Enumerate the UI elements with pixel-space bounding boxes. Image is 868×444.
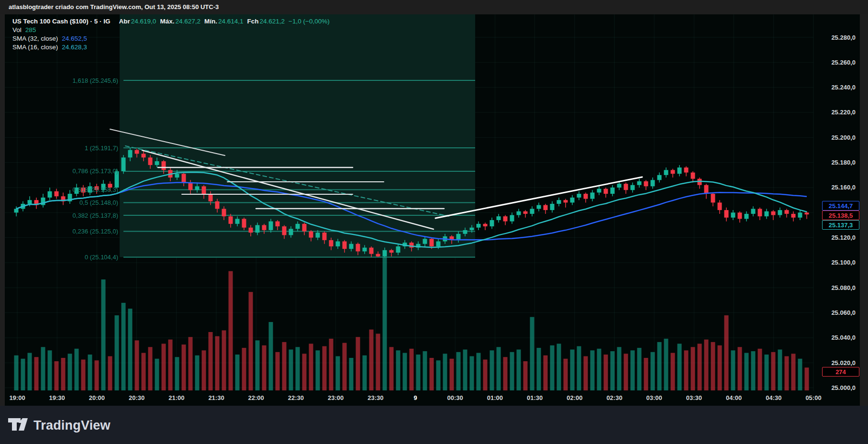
symbol-title[interactable]: US Tech 100 Cash ($100) · 5 · IG xyxy=(12,18,111,25)
low-value: 24.614,1 xyxy=(218,18,244,25)
high-value: 24.627,2 xyxy=(175,18,200,25)
close-label: Fch xyxy=(247,18,259,25)
sma16-label: SMA (16, close) xyxy=(12,44,58,51)
sma32-label: SMA (32, close) xyxy=(12,35,58,42)
page: { "topbar": {"text": "atlasblogtrader cr… xyxy=(0,0,868,444)
open-label: Abr xyxy=(119,18,130,25)
tradingview-logo-icon xyxy=(8,415,29,435)
sma16-value: 24.628,3 xyxy=(62,44,87,51)
sma32-price-label: 25.144,7 xyxy=(822,201,859,211)
volume-value: 285 xyxy=(25,26,36,33)
topbar-text: atlasblogtrader criado com TradingView.c… xyxy=(9,3,219,11)
volume-label: Vol xyxy=(12,26,22,33)
legend-volume-row[interactable]: Vol285 xyxy=(12,26,330,34)
sma16-price-label: 25.137,3 xyxy=(822,220,859,230)
footer: TradingView xyxy=(0,406,868,444)
open-value: 24.619,0 xyxy=(131,18,156,25)
chart-panel[interactable] xyxy=(5,14,860,406)
close-value: 24.621,2 xyxy=(260,18,285,25)
sma32-value: 24.652,5 xyxy=(62,35,87,42)
last-price-label: 25.138,5 xyxy=(822,211,859,220)
tradingview-brand-text: TradingView xyxy=(33,418,111,433)
low-label: Mín. xyxy=(204,18,217,25)
chart-legend: US Tech 100 Cash ($100) · 5 · IGAbr24.61… xyxy=(12,17,330,52)
tradingview-logo[interactable]: TradingView xyxy=(8,415,111,435)
legend-symbol-row[interactable]: US Tech 100 Cash ($100) · 5 · IGAbr24.61… xyxy=(12,17,330,26)
high-label: Máx. xyxy=(160,18,174,25)
top-bar: atlasblogtrader criado com TradingView.c… xyxy=(0,0,868,14)
volume-value-label: 274 xyxy=(822,367,859,377)
legend-sma16-row[interactable]: SMA (16, close)24.628,3 xyxy=(12,43,330,52)
change-value: −1,0 (−0,00%) xyxy=(289,18,330,25)
legend-sma32-row[interactable]: SMA (32, close)24.652,5 xyxy=(12,34,330,43)
